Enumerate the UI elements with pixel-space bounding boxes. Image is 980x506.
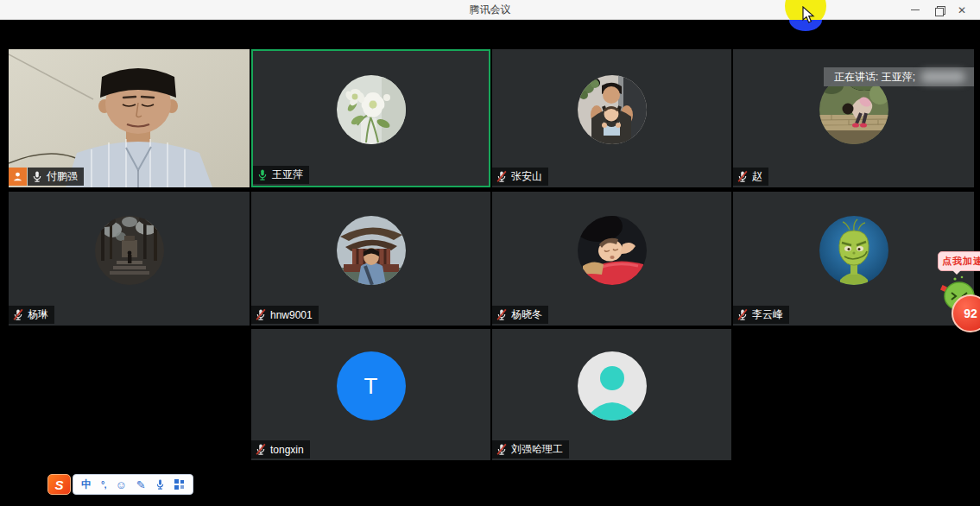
participant-name: 张安山 (511, 169, 542, 184)
video-tile-liuqiang[interactable]: 刘强哈理工 (492, 329, 731, 460)
participant-name: 刘强哈理工 (511, 442, 563, 457)
avatar-grinch-cartoon (819, 216, 888, 285)
video-tile-tongxin[interactable]: T tongxin (251, 329, 490, 460)
video-tile-yanglin[interactable]: 杨琳 (9, 192, 250, 326)
participant-name: 赵 (752, 169, 762, 184)
mic-muted-icon (12, 308, 24, 321)
toolbox-grid-icon[interactable] (174, 479, 185, 490)
participant-name: 李云峰 (752, 307, 783, 322)
video-tile-zhanganshan[interactable]: 张安山 (492, 49, 731, 187)
video-tile-fupengqiang[interactable]: 付鹏强 (9, 49, 250, 187)
mic-muted-icon (255, 308, 267, 321)
speaking-banner: 正在讲话: 王亚萍; (824, 67, 974, 86)
participant-name: tongxin (270, 444, 304, 456)
game-booster-widget[interactable]: 点我加速 92 (936, 251, 980, 338)
minimize-button[interactable] (904, 0, 926, 20)
avatar-letter: T (337, 351, 406, 421)
avatar-person-at-temple (95, 216, 164, 285)
window-titlebar: 腾讯会议 ✕ (0, 0, 980, 20)
booster-score-badge[interactable]: 92 (952, 294, 980, 332)
participant-name: 杨晓冬 (511, 307, 542, 322)
participant-name: 杨琳 (28, 307, 48, 322)
host-badge-icon (9, 168, 27, 186)
mic-muted-icon (255, 443, 267, 456)
sogou-ime-toolbar[interactable]: S 中 °‚ ☺ ✎ (47, 474, 193, 495)
sogou-logo-icon[interactable]: S (47, 474, 71, 495)
voice-input-icon[interactable] (155, 478, 165, 490)
restore-button[interactable] (928, 0, 951, 20)
mic-muted-icon (496, 443, 508, 456)
live-camera-video (9, 49, 250, 187)
avatar-person-silhouette (578, 351, 647, 421)
restore-icon (935, 6, 944, 15)
chinese-mode-icon[interactable]: 中 (81, 479, 92, 490)
video-tile-hnw9001[interactable]: hnw9001 (251, 192, 490, 326)
close-button[interactable]: ✕ (951, 0, 973, 20)
mouse-cursor-icon (802, 6, 815, 24)
blurred-name (920, 71, 965, 83)
video-tile-wangyaping[interactable]: 王亚萍 (251, 49, 490, 187)
video-tile-yangxiaodong[interactable]: 杨晓冬 (492, 192, 731, 326)
participant-name: 王亚萍 (272, 168, 303, 182)
nameplate: 付鹏强 (9, 168, 84, 186)
speaking-banner-text: 正在讲话: 王亚萍; (834, 70, 915, 85)
mic-muted-icon (496, 170, 508, 183)
avatar-man-holding-baby (578, 75, 647, 144)
avatar-letter-text: T (364, 373, 378, 400)
booster-bubble[interactable]: 点我加速 (938, 251, 980, 271)
avatar-man-at-pavilion (337, 216, 406, 285)
mic-speaking-icon (256, 168, 269, 181)
participant-name: hnw9001 (270, 309, 313, 321)
emoji-icon[interactable]: ☺ (115, 479, 126, 490)
mic-on-icon (31, 170, 43, 183)
punctuation-mode-icon[interactable]: °‚ (101, 480, 105, 490)
avatar-white-flowers (337, 75, 406, 144)
minimize-icon (911, 9, 920, 10)
mic-muted-icon (496, 308, 508, 321)
video-tile-zhao[interactable]: 正在讲话: 王亚萍; 赵 (733, 49, 974, 187)
participant-name: 付鹏强 (47, 169, 78, 184)
window-title: 腾讯会议 (0, 0, 980, 20)
pen-icon[interactable]: ✎ (136, 479, 146, 490)
mic-muted-icon (737, 308, 749, 321)
mic-muted-icon (737, 170, 749, 183)
avatar-sleeping-baby (578, 216, 647, 285)
